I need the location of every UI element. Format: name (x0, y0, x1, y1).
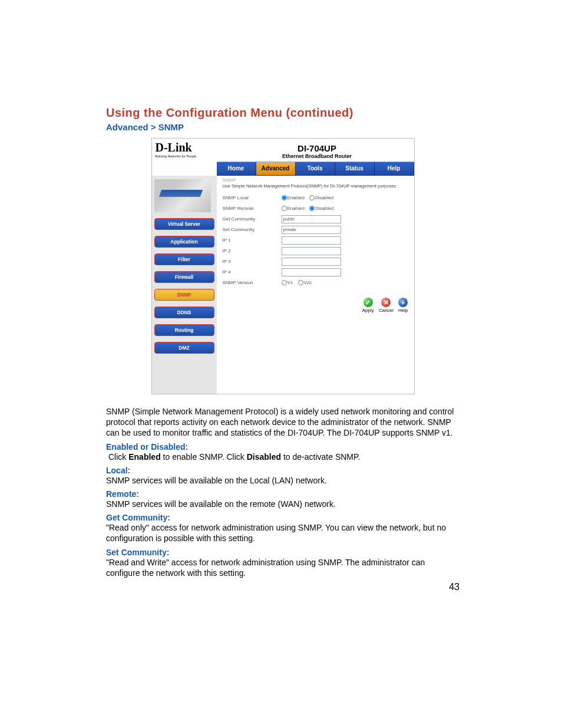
radio-snmp-local-disabled[interactable] (309, 195, 315, 200)
tab-tools[interactable]: Tools (296, 162, 335, 175)
intro-paragraph: SNMP (Simple Network Management Protocol… (106, 406, 459, 439)
label-snmp-local: SNMP Local (223, 195, 282, 200)
sidebar: Virtual Server Application Filter Firewa… (152, 176, 217, 394)
tab-help[interactable]: Help (375, 162, 414, 175)
action-label: Cancel (379, 308, 394, 313)
close-icon: ✕ (381, 298, 391, 307)
sidebar-item-filter[interactable]: Filter (154, 253, 214, 265)
sidebar-item-ddns[interactable]: DDNS (154, 307, 214, 318)
radio-label: Disabled (315, 206, 333, 211)
radio-snmp-v1[interactable] (282, 280, 287, 285)
local-paragraph: SNMP services will be available on the L… (106, 475, 459, 486)
tab-home[interactable]: Home (217, 162, 256, 175)
panel-section-label: SNMP (223, 177, 408, 183)
brand-logo: D-Link (156, 141, 220, 154)
tab-status[interactable]: Status (335, 162, 375, 175)
label-ip2: IP 2 (223, 248, 282, 253)
section-title-set: Set Community: (106, 548, 459, 557)
page-number: 43 (106, 582, 459, 592)
page-heading: Using the Configuration Menu (continued) (106, 106, 459, 120)
sidebar-item-dmz[interactable]: DMZ (154, 342, 214, 354)
plus-icon: + (398, 298, 408, 307)
input-ip3[interactable] (282, 258, 341, 266)
radio-label: Disabled (315, 195, 333, 200)
radio-label: Enabled (287, 195, 305, 200)
radio-snmp-local-enabled[interactable] (282, 195, 287, 200)
input-set-community[interactable] (282, 226, 341, 234)
radio-label: Enabled (287, 206, 305, 211)
sidebar-item-routing[interactable]: Routing (154, 324, 214, 336)
section-title-local: Local: (106, 466, 459, 475)
sidebar-item-virtual-server[interactable]: Virtual Server (154, 218, 214, 230)
action-label: Apply (362, 308, 374, 313)
label-ip3: IP 3 (223, 259, 282, 264)
remote-paragraph: SNMP services will be available on the r… (106, 499, 459, 509)
get-paragraph: "Read only" access for network administr… (106, 522, 459, 543)
label-snmp-remote: SNMP Remote (223, 206, 282, 211)
checkmark-icon: ✓ (363, 298, 373, 307)
label-ip1: IP 1 (223, 238, 282, 243)
apply-button[interactable]: ✓ Apply (362, 298, 374, 313)
action-label: Help (398, 308, 408, 313)
cancel-button[interactable]: ✕ Cancel (379, 298, 394, 313)
device-image (154, 179, 211, 212)
tab-advanced[interactable]: Advanced (256, 162, 296, 175)
panel-section-desc: Use Simple Network Management Protocol(S… (223, 183, 408, 189)
router-ui-screenshot: D-Link Building Networks for People DI-7… (151, 138, 415, 394)
input-get-community[interactable] (282, 215, 341, 223)
radio-snmp-remote-enabled[interactable] (282, 206, 287, 211)
breadcrumb: Advanced > SNMP (106, 122, 459, 132)
label-set-community: Set Community (223, 227, 282, 232)
sidebar-item-application[interactable]: Application (154, 236, 214, 248)
section-title-get: Get Community: (106, 513, 459, 522)
radio-snmp-remote-disabled[interactable] (309, 206, 315, 211)
section-title-remote: Remote: (106, 489, 459, 499)
label-get-community: Get Community (223, 216, 282, 222)
section-title-enabled: Enabled or Disabled: (106, 442, 459, 452)
set-paragraph: "Read and Write" access for network admi… (106, 557, 459, 578)
radio-label: V2c (304, 280, 312, 285)
input-ip2[interactable] (282, 247, 341, 255)
sidebar-item-firewall[interactable]: Firewall (154, 271, 214, 283)
brand-tagline: Building Networks for People (156, 154, 220, 158)
input-ip1[interactable] (282, 236, 341, 245)
label-snmp-version: SNMP Version (223, 280, 282, 285)
radio-label: V1 (287, 280, 293, 285)
top-tabbar: Home Advanced Tools Status Help (217, 162, 414, 176)
enabled-paragraph: Click Enabled to enable SNMP. Click Disa… (108, 452, 459, 462)
sidebar-item-snmp[interactable]: SNMP (154, 289, 214, 301)
device-model: DI-704UP (220, 143, 414, 153)
device-subtitle: Ethernet Broadband Router (220, 153, 414, 159)
help-button[interactable]: + Help (398, 298, 408, 313)
content-panel: SNMP Use Simple Network Management Proto… (217, 176, 414, 394)
radio-snmp-v2c[interactable] (298, 280, 303, 285)
input-ip4[interactable] (282, 268, 341, 276)
label-ip4: IP 4 (223, 269, 282, 275)
